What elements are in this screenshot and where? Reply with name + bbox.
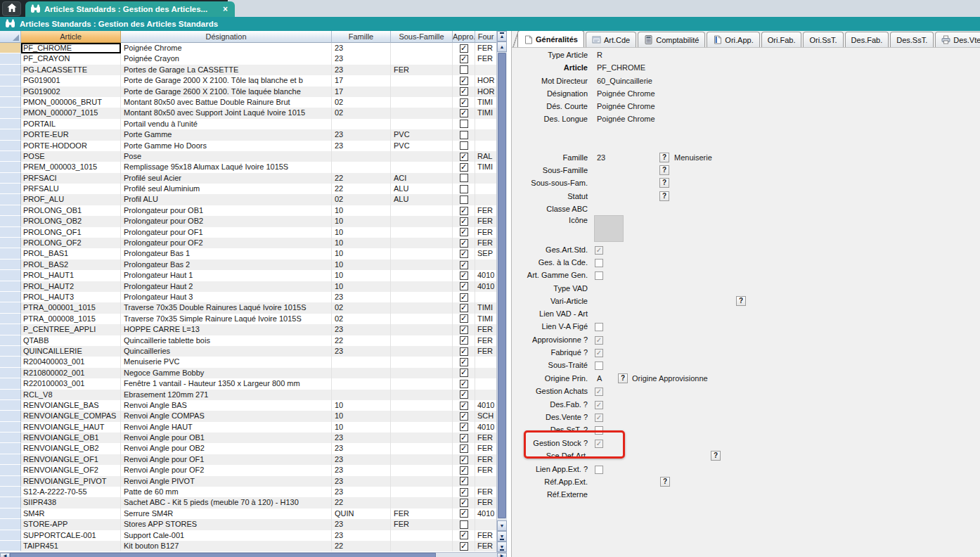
cell-designation[interactable]: Prolongateur Haut 2 <box>121 281 332 292</box>
cell-four[interactable] <box>475 119 496 129</box>
appro-checkbox-checked[interactable]: ✓ <box>460 477 468 485</box>
appro-checkbox-checked[interactable]: ✓ <box>460 217 468 226</box>
cell-sous-famille[interactable] <box>391 314 453 324</box>
cell-article[interactable]: PRFSALU <box>21 184 121 194</box>
appro-checkbox-checked[interactable]: ✓ <box>460 239 468 248</box>
cell-sous-famille[interactable]: FER <box>391 508 453 519</box>
appro-checkbox-checked[interactable]: ✓ <box>460 444 468 453</box>
table-row[interactable]: RCL_V8Ebrasement 120mm 271✓ <box>0 390 496 400</box>
table-vertical-scrollbar[interactable]: ▲ ▲ ▼ ▼ ▼ <box>496 31 507 552</box>
field-value[interactable]: Poignée Chrome <box>597 115 655 123</box>
cell-designation[interactable]: Menuiserie PVC <box>121 357 332 367</box>
table-row[interactable]: RENVOIANGLE_COMPASRenvoi Angle COMPAS10✓… <box>0 411 496 421</box>
field-checkbox-checked[interactable]: ✓ <box>595 401 603 409</box>
cell-four[interactable] <box>475 378 496 389</box>
field-value[interactable]: Poignée Chrome <box>597 89 655 98</box>
row-selector[interactable] <box>0 530 21 541</box>
vertical-scroll-thumb[interactable] <box>498 53 506 518</box>
cell-four[interactable] <box>475 184 496 194</box>
row-selector[interactable] <box>0 292 21 302</box>
cell-four[interactable]: TIMI <box>475 108 496 118</box>
cell-designation[interactable]: Portes de Garage La CASSETTE <box>121 65 332 75</box>
cell-designation[interactable]: Pose <box>121 151 332 162</box>
appro-checkbox-checked[interactable]: ✓ <box>460 98 468 107</box>
row-selector[interactable] <box>0 270 21 281</box>
cell-designation[interactable]: Porte de Garage 2000 X 2100. Tôle laq bl… <box>121 75 332 86</box>
cell-famille[interactable] <box>332 390 391 400</box>
field-value[interactable]: A <box>597 374 602 383</box>
cell-sous-famille[interactable] <box>391 248 453 259</box>
cell-sous-famille[interactable] <box>391 346 453 357</box>
cell-famille[interactable] <box>332 162 391 172</box>
lookup-help-button[interactable]: ? <box>659 153 669 162</box>
cell-famille[interactable]: 23 <box>332 53 391 64</box>
cell-four[interactable]: FER <box>475 43 496 53</box>
cell-article[interactable]: S12-A-2222-70-55 <box>21 487 121 497</box>
table-row[interactable]: PF_CHROMEPoignée Chrome23✓FER <box>0 43 496 53</box>
cell-designation[interactable]: Prolongateur pour OF1 <box>121 227 332 238</box>
appro-checkbox-unchecked[interactable] <box>460 120 468 128</box>
cell-designation[interactable]: Profilé seul Aluminium <box>121 184 332 194</box>
cell-four[interactable]: FER <box>475 465 496 475</box>
cell-sous-famille[interactable] <box>391 260 453 270</box>
column-header-four[interactable]: Four <box>475 31 496 43</box>
row-selector[interactable] <box>0 248 21 259</box>
cell-famille[interactable] <box>332 378 391 389</box>
cell-designation[interactable]: Negoce Gamme Bobby <box>121 368 332 378</box>
cell-designation[interactable]: Renvoi Angle PIVOT <box>121 476 332 487</box>
cell-sous-famille[interactable] <box>391 497 453 508</box>
cell-four[interactable]: TIMI <box>475 314 496 324</box>
cell-designation[interactable]: Porte de Garage 2600 X 2100. Tôle laquée… <box>121 87 332 97</box>
cell-article[interactable]: PORTE-EUR <box>21 129 121 140</box>
table-row[interactable]: R210800002_001Negoce Gamme Bobby✓ <box>0 368 496 378</box>
cell-famille[interactable]: 22 <box>332 184 391 194</box>
table-row[interactable]: PRFSALUProfilé seul Aluminium22ALU <box>0 184 496 194</box>
cell-famille[interactable] <box>332 368 391 378</box>
row-selector[interactable] <box>0 411 21 421</box>
table-row[interactable]: RENVOIANGLE_OF2Renvoi Angle pour OF223✓F… <box>0 465 496 475</box>
table-row[interactable]: PROL_BAS1Prolongateur Bas 110✓SEP <box>0 248 496 259</box>
cell-sous-famille[interactable] <box>391 205 453 216</box>
scroll-left-button[interactable]: ◀ <box>0 553 10 557</box>
cell-sous-famille[interactable]: FER <box>391 65 453 75</box>
cell-article[interactable]: PG-LACASSETTE <box>21 65 121 75</box>
row-selector[interactable] <box>0 108 21 118</box>
cell-sous-famille[interactable] <box>391 324 453 335</box>
cell-four[interactable]: FER <box>475 216 496 226</box>
cell-article[interactable]: R220100003_001 <box>21 378 121 389</box>
cell-sous-famille[interactable] <box>391 335 453 346</box>
scroll-down-button[interactable]: ▼ <box>497 520 507 531</box>
row-selector[interactable] <box>0 497 21 508</box>
cell-sous-famille[interactable]: FER <box>391 519 453 530</box>
table-row[interactable]: PORTAILPortail vendu à l'unité <box>0 119 496 129</box>
field-value[interactable]: PF_CHROME <box>597 63 645 72</box>
cell-famille[interactable]: 23 <box>332 433 391 443</box>
appro-checkbox-checked[interactable]: ✓ <box>460 44 468 53</box>
cell-famille[interactable]: 10 <box>332 422 391 433</box>
row-selector[interactable] <box>0 465 21 475</box>
row-selector[interactable] <box>0 260 21 270</box>
cell-famille[interactable]: QUIN <box>332 508 391 519</box>
scroll-up-button[interactable]: ▲ <box>497 41 507 52</box>
cell-designation[interactable]: Support Cale-001 <box>121 530 332 541</box>
appro-checkbox-unchecked[interactable] <box>460 131 468 139</box>
cell-designation[interactable]: Quincailleries <box>121 346 332 357</box>
cell-article[interactable]: PTRA_000008_1015 <box>21 314 121 324</box>
row-selector[interactable] <box>0 519 21 530</box>
appro-checkbox-checked[interactable]: ✓ <box>460 456 468 464</box>
cell-designation[interactable]: Montant 80x50 avec Support Joint Laqué I… <box>121 108 332 118</box>
row-selector[interactable] <box>0 173 21 184</box>
lookup-help-button[interactable]: ? <box>736 296 746 306</box>
table-row[interactable]: QTABBQuincaillerie tablette bois22✓FER <box>0 335 496 346</box>
cell-famille[interactable]: 10 <box>332 227 391 238</box>
cell-famille[interactable]: 10 <box>332 270 391 281</box>
appro-checkbox-checked[interactable]: ✓ <box>460 326 468 334</box>
appro-checkbox-checked[interactable]: ✓ <box>460 207 468 215</box>
cell-article[interactable]: RENVOIANGLE_BAS <box>21 400 121 411</box>
appro-checkbox-checked[interactable]: ✓ <box>460 336 468 345</box>
lookup-help-button[interactable]: ? <box>660 477 670 487</box>
cell-article[interactable]: RENVOIANGLE_COMPAS <box>21 411 121 421</box>
horizontal-scroll-thumb[interactable] <box>10 553 436 557</box>
cell-designation[interactable]: Renvoi Angle BAS <box>121 400 332 411</box>
cell-designation[interactable]: Renvoi Angle pour OB2 <box>121 443 332 454</box>
